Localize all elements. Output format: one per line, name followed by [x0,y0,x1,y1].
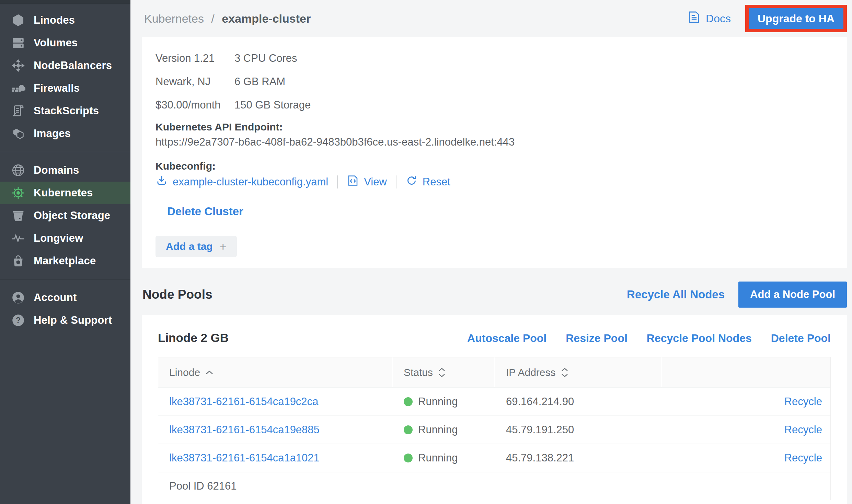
autoscale-pool-link[interactable]: Autoscale Pool [467,332,546,345]
table-row: lke38731-62161-6154ca19e885 Running 45.7… [158,415,830,444]
sidebar: Linodes Volumes NodeBalancers Firewalls … [0,0,130,504]
node-link[interactable]: lke38731-62161-6154ca1a1021 [169,452,320,464]
status-running-dot [404,425,413,434]
sidebar-divider [0,279,130,279]
svg-text:?: ? [16,316,21,325]
account-icon [10,290,26,306]
volumes-icon [10,35,26,51]
table-row: lke38731-62161-6154ca19c2ca Running 69.1… [158,387,830,415]
docs-icon [687,10,701,27]
api-endpoint-url: https://9e2a7307-b6ac-408f-ba62-9483b0b3… [156,135,833,150]
delete-pool-link[interactable]: Delete Pool [771,332,831,345]
sidebar-item-firewalls[interactable]: Firewalls [0,77,130,100]
annotation-highlight-box: Upgrade to HA [745,5,847,32]
spec-version: Version 1.21 [156,47,234,70]
column-header-ip[interactable]: IP Address [495,357,662,387]
docs-link[interactable]: Docs [687,10,731,27]
sidebar-item-help-support[interactable]: ? Help & Support [0,309,130,332]
pool-id-row: Pool ID 62161 [158,472,830,500]
column-header-status[interactable]: Status [393,357,495,387]
sidebar-item-kubernetes[interactable]: Kubernetes [0,182,130,204]
kubeconfig-actions-row: example-cluster-kubeconfig.yaml View Res… [156,174,833,190]
pool-actions: Autoscale Pool Resize Pool Recycle Pool … [467,332,831,345]
node-pools-title: Node Pools [142,287,212,302]
node-table-body: lke38731-62161-6154ca19c2ca Running 69.1… [158,387,830,472]
sidebar-item-account[interactable]: Account [0,286,130,309]
view-code-icon [347,174,359,190]
page-header: Kubernetes / example-cluster Docs Upgrad… [142,0,847,37]
spec-cpu: 3 CPU Cores [234,47,361,70]
recycle-pool-nodes-link[interactable]: Recycle Pool Nodes [647,332,752,345]
node-table-header: Linode Status IP Address [158,357,830,387]
sidebar-item-images[interactable]: Images [0,122,130,145]
sidebar-item-stackscripts[interactable]: StackScripts [0,100,130,122]
status-text: Running [418,424,458,436]
node-link[interactable]: lke38731-62161-6154ca19e885 [169,424,320,436]
sidebar-item-label: Marketplace [34,255,96,267]
pool-id-label: Pool ID 62161 [169,480,237,492]
node-link[interactable]: lke38731-62161-6154ca19c2ca [169,396,318,408]
sidebar-item-longview[interactable]: Longview [0,227,130,250]
linode-icon [10,12,26,28]
add-tag-label: Add a tag [166,241,213,252]
object-storage-icon [10,208,26,224]
delete-cluster-button[interactable]: Delete Cluster [167,203,243,220]
longview-icon [10,230,26,246]
upgrade-to-ha-button[interactable]: Upgrade to HA [749,8,843,29]
ip-address: 45.79.191.250 [506,424,574,436]
column-label: Linode [169,367,200,378]
kubeconfig-label: Kubeconfig: [156,159,833,174]
images-icon [10,126,26,141]
status-running-dot [404,454,413,462]
main-content: Kubernetes / example-cluster Docs Upgrad… [130,0,852,504]
recycle-node-link[interactable]: Recycle [784,424,822,436]
recycle-all-nodes-link[interactable]: Recycle All Nodes [627,288,725,301]
column-header-linode[interactable]: Linode [158,357,393,387]
sidebar-item-nodebalancers[interactable]: NodeBalancers [0,54,130,77]
add-tag-button[interactable]: Add a tag + [156,236,237,257]
status-text: Running [418,396,458,408]
view-label: View [364,176,387,188]
docs-label: Docs [706,12,731,25]
pool-header: Linode 2 GB Autoscale Pool Resize Pool R… [158,331,831,348]
kubeconfig-filename: example-cluster-kubeconfig.yaml [173,176,328,188]
sidebar-item-label: Account [34,291,77,304]
sidebar-item-label: Volumes [34,37,78,49]
status-text: Running [418,452,458,464]
api-endpoint-label: Kubernetes API Endpoint: [156,119,833,135]
node-table: Linode Status IP Address [158,357,831,500]
breadcrumb-current-cluster: example-cluster [222,12,311,25]
sidebar-item-volumes[interactable]: Volumes [0,32,130,54]
help-icon: ? [10,312,26,328]
marketplace-icon [10,253,26,269]
kubeconfig-download-link[interactable]: example-cluster-kubeconfig.yaml [156,174,328,190]
sidebar-item-label: Longview [34,232,83,244]
sort-ascending-icon [205,369,214,376]
sidebar-group-services: Domains Kubernetes Object Storage Longvi… [0,154,130,277]
status-running-dot [404,397,413,406]
vertical-separator [337,175,338,188]
ip-address: 69.164.214.90 [506,396,574,408]
sidebar-item-domains[interactable]: Domains [0,159,130,182]
recycle-node-link[interactable]: Recycle [784,452,822,464]
sidebar-item-label: Domains [34,164,79,176]
sidebar-item-linodes[interactable]: Linodes [0,9,130,32]
kubeconfig-reset-link[interactable]: Reset [405,174,450,190]
sort-both-icon [561,367,569,378]
pool-name: Linode 2 GB [158,331,229,345]
add-node-pool-button[interactable]: Add a Node Pool [738,282,847,308]
sidebar-item-label: Help & Support [34,314,112,327]
sidebar-item-label: NodeBalancers [34,59,112,72]
ip-address: 45.79.138.221 [506,452,574,464]
resize-pool-link[interactable]: Resize Pool [566,332,628,345]
nodebalancers-icon [10,58,26,73]
breadcrumb: Kubernetes / example-cluster [144,12,311,25]
sidebar-item-marketplace[interactable]: Marketplace [0,250,130,272]
breadcrumb-kubernetes-link[interactable]: Kubernetes [144,12,204,25]
sidebar-item-label: StackScripts [34,105,99,117]
column-label: Status [404,367,433,378]
recycle-node-link[interactable]: Recycle [784,396,822,408]
spec-ram: 6 GB RAM [234,70,361,93]
sidebar-item-object-storage[interactable]: Object Storage [0,204,130,227]
kubeconfig-view-link[interactable]: View [347,174,387,190]
